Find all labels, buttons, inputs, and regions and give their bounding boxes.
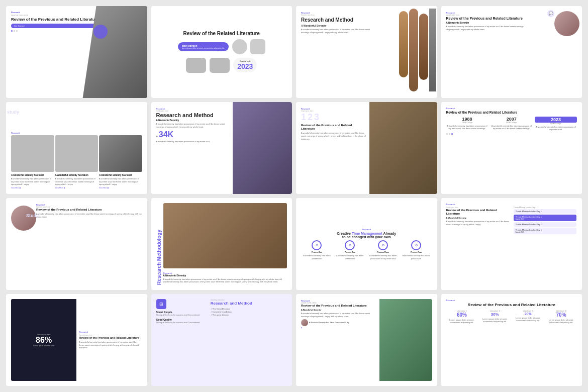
slide10-vert-title: Research Methodology bbox=[156, 203, 162, 285]
slide6-title: Research and Method bbox=[156, 112, 228, 118]
slide2-title: Review of the Related Literature bbox=[183, 31, 260, 36]
slide8-year3: 2023 FIRM College A wonderful serenity h… bbox=[535, 117, 577, 131]
slide5-img2 bbox=[55, 135, 99, 172]
slide5-texts: A wonderful serenity has taken A wonderf… bbox=[11, 174, 142, 189]
slide2-books bbox=[186, 58, 206, 73]
slide2-special: Special task 2023 bbox=[233, 58, 257, 72]
slide16-lit: Literature 1 60% Lorem ipsum dolor sit a… bbox=[446, 310, 577, 324]
slide11-title: Creative Time Management Alreadyto be ch… bbox=[337, 232, 396, 239]
slide-12: Research Guide give here Review of the P… bbox=[441, 198, 582, 290]
slide3-strips bbox=[399, 9, 436, 91]
slide-3: Research Sample give here Research and M… bbox=[296, 6, 437, 98]
slide4-content: Research sample give here Review of the … bbox=[446, 11, 525, 31]
slide4-subtitle: A Wonderful Serenity bbox=[446, 22, 525, 24]
slide15-body: A wonderful serenity has taken possessio… bbox=[301, 312, 378, 318]
slide3-subtitle: A Wonderful Serenity bbox=[301, 24, 373, 27]
slide6-sub-body: A wonderful serenity has taken possessio… bbox=[156, 140, 228, 143]
slide10-image bbox=[163, 203, 287, 268]
slide3-title: Research and Method bbox=[301, 17, 373, 23]
slide12-meetup2: Thesis Meetup London Day 1 August 2023 bbox=[514, 215, 576, 221]
slide7-content: Research Guide give here 1 2 3 Review of… bbox=[301, 107, 366, 140]
slide11-proc2-icon: ⚙ bbox=[345, 240, 355, 250]
slide-5: Research study A wonderful serenity has … bbox=[6, 102, 147, 194]
slide11-proc3-icon: ⚙ bbox=[378, 240, 388, 250]
slide-7: Research Guide give here 1 2 3 Review of… bbox=[296, 102, 437, 194]
slide12-subtitle: A Wonderful Serenity bbox=[446, 217, 512, 219]
slide15-avatar-label: A Wonderful Serenity Has Taken Possessio… bbox=[309, 322, 349, 324]
slide2-thumbs bbox=[231, 38, 266, 55]
slide10-body: A wonderful serenity has taken possessio… bbox=[163, 278, 287, 283]
slide11-proc2: ⚙ Process Two A wonderful serenity has t… bbox=[334, 240, 366, 260]
slide16-lit2: Literature 2 30% Lorem ipsum dolor sit a… bbox=[479, 310, 511, 324]
slide3-strip3 bbox=[419, 14, 428, 80]
slide12-layout: Guide give here Review of the Previous a… bbox=[446, 207, 577, 235]
slide11-processes: ⚙ Process One A wonderful serenity has t… bbox=[301, 240, 432, 260]
slide2-library bbox=[210, 58, 230, 73]
slide-11: Research Creative Time Management Alread… bbox=[296, 198, 437, 290]
slide2-main-opinion: Main opinion Lorem ipsum dolor sit amet,… bbox=[178, 42, 229, 51]
slide14-feature1: Smart People Strong all the best, for su… bbox=[156, 311, 209, 316]
slide8-year1: 1988 FIRM College A wonderful serenity h… bbox=[446, 117, 488, 131]
slide16-lit4: Literature 4 70% Lorem ipsum dolor sit a… bbox=[545, 310, 577, 324]
slide-13: Sample give here 86% Lorem ipsum dolor s… bbox=[6, 294, 147, 386]
slide2-thumb1 bbox=[232, 39, 247, 54]
slide-grid: Research SAMPLE GIVE HERE Review of the … bbox=[0, 0, 588, 392]
slide10-subtitle: A Wonderful Serenity bbox=[163, 274, 287, 277]
slide15-play: ▶ bbox=[301, 327, 378, 329]
slide15-avatar bbox=[301, 319, 308, 326]
slide3-strip2 bbox=[409, 9, 418, 91]
slide-8: Research Review of the Previous and Rela… bbox=[441, 102, 582, 194]
slide16-lit3: Literature 3 20% Lorem ipsum dolor sit a… bbox=[512, 310, 544, 324]
slide-6: Research Guide give here Research and Me… bbox=[151, 102, 292, 194]
slide5-images bbox=[11, 135, 142, 172]
slide12-body: A wonderful serenity has taken possessio… bbox=[446, 220, 512, 226]
slide14-checklist: ✓ The Great Decision ✓ Complete Installa… bbox=[211, 308, 286, 316]
slide8-title: Review of the Previous and Related Liter… bbox=[446, 111, 577, 115]
slide15-subtitle: A Wonderful Serenity bbox=[301, 309, 378, 311]
slide14-title: Research and Method bbox=[211, 301, 286, 306]
slide5-col3: A wonderful serenity has taken A wonderf… bbox=[99, 174, 142, 189]
slide15-avatar-row: A Wonderful Serenity Has Taken Possessio… bbox=[301, 319, 378, 326]
slide15-content: Research GUIDE GIVE HERE Review of the P… bbox=[301, 299, 379, 381]
slide11-proc1: ⚙ Process One A wonderful serenity has t… bbox=[301, 240, 333, 260]
slide16-lit1: Literature 1 60% Lorem ipsum dolor sit a… bbox=[446, 310, 478, 324]
slide14-feature2: Good Quality Strong all the best, for su… bbox=[156, 318, 209, 324]
slide7-body: A wonderful serenity has taken possessio… bbox=[301, 132, 366, 140]
slide5-col1: A wonderful serenity has taken A wonderf… bbox=[11, 174, 54, 189]
slide-4: Research sample give here Review of the … bbox=[441, 6, 582, 98]
slide12-meetup1: Thesis Meetup London Day 1 bbox=[514, 209, 576, 214]
slide7-nums: 1 2 3 bbox=[301, 112, 366, 123]
slide12-meetup4: Thesis Meetup London Day 1 August 2023 bbox=[514, 228, 576, 234]
slide9-body: A wonderful serenity has taken possessio… bbox=[36, 213, 142, 218]
slide10-text: Research A Wonderful Serenity A wonderfu… bbox=[163, 270, 287, 285]
slide-1: Research SAMPLE GIVE HERE Review of the … bbox=[6, 6, 147, 98]
slide-2: Review of the Related Literature Main op… bbox=[151, 6, 292, 98]
slide4-title: Review of the Previous and Related Liter… bbox=[446, 17, 525, 21]
slide10-content: Research A Wonderful Serenity A wonderfu… bbox=[163, 203, 287, 285]
slide2-content: Main opinion Lorem ipsum dolor sit amet,… bbox=[177, 38, 266, 55]
slide16-label: Research bbox=[446, 299, 577, 302]
slide14-main: Catching attention Research and Method ✓… bbox=[211, 299, 286, 326]
slide13-pct: 86% bbox=[33, 336, 54, 345]
slide8-year2: 2007 FIRM College A wonderful serenity h… bbox=[491, 117, 533, 131]
slide6-content: Research Guide give here Research and Me… bbox=[156, 107, 228, 143]
slide6-subtitle: A Wonderful Serenity bbox=[156, 119, 228, 122]
slide11-label: Research bbox=[362, 228, 371, 231]
slide4-pretitle: sample give here bbox=[446, 14, 525, 16]
slide4-circle-img bbox=[554, 11, 579, 36]
slide4-body: A wonderful serenity has taken possessio… bbox=[446, 25, 525, 31]
slide6-stat: ● 34K bbox=[156, 130, 228, 139]
slide7-title: Review of the Previous and Related Liter… bbox=[301, 124, 366, 131]
slide9-watermark: Study bbox=[26, 213, 39, 218]
slide8-label: Research bbox=[446, 107, 577, 110]
slide13-label: Research bbox=[79, 331, 139, 333]
slide12-meetup3: Thesis Meetup London Day 1 bbox=[514, 222, 576, 227]
slide7-bg bbox=[369, 102, 437, 194]
slide3-body: A wonderful serenity has taken possessio… bbox=[301, 28, 373, 34]
slide5-watermark: study bbox=[7, 110, 19, 115]
slide3-strip1 bbox=[399, 11, 408, 77]
slide13-right: Research Sample give here Review of the … bbox=[76, 299, 142, 381]
slide14-features: ⊞ Smart People Strong all the best, for … bbox=[156, 299, 209, 326]
slide5-col2: A wonderful serenity has taken A wonderf… bbox=[55, 174, 99, 189]
slide12-meetups: Thesis Meetup London Day 1 Thesis Meetup… bbox=[514, 207, 576, 235]
